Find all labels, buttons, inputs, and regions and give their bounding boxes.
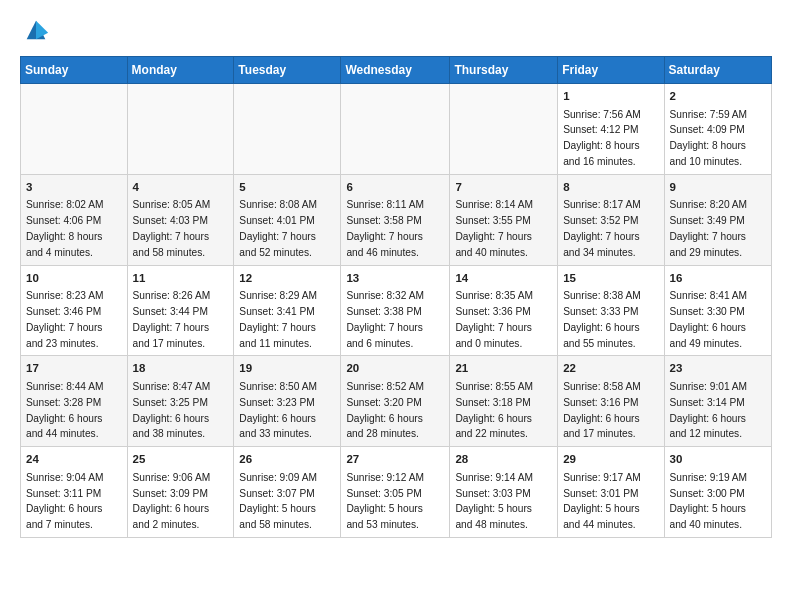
day-info: Sunrise: 9:17 AM Sunset: 3:01 PM Dayligh… bbox=[563, 472, 641, 530]
day-number: 14 bbox=[455, 270, 552, 287]
day-number: 27 bbox=[346, 451, 444, 468]
day-number: 25 bbox=[133, 451, 229, 468]
day-cell: 26Sunrise: 9:09 AM Sunset: 3:07 PM Dayli… bbox=[234, 447, 341, 538]
day-cell: 7Sunrise: 8:14 AM Sunset: 3:55 PM Daylig… bbox=[450, 174, 558, 265]
day-info: Sunrise: 7:59 AM Sunset: 4:09 PM Dayligh… bbox=[670, 109, 748, 167]
week-row-5: 24Sunrise: 9:04 AM Sunset: 3:11 PM Dayli… bbox=[21, 447, 772, 538]
week-row-2: 3Sunrise: 8:02 AM Sunset: 4:06 PM Daylig… bbox=[21, 174, 772, 265]
day-number: 9 bbox=[670, 179, 766, 196]
weekday-header-monday: Monday bbox=[127, 57, 234, 84]
day-cell: 2Sunrise: 7:59 AM Sunset: 4:09 PM Daylig… bbox=[664, 84, 771, 175]
day-number: 12 bbox=[239, 270, 335, 287]
day-cell: 19Sunrise: 8:50 AM Sunset: 3:23 PM Dayli… bbox=[234, 356, 341, 447]
day-cell: 16Sunrise: 8:41 AM Sunset: 3:30 PM Dayli… bbox=[664, 265, 771, 356]
day-cell: 30Sunrise: 9:19 AM Sunset: 3:00 PM Dayli… bbox=[664, 447, 771, 538]
day-info: Sunrise: 8:26 AM Sunset: 3:44 PM Dayligh… bbox=[133, 290, 211, 348]
calendar-body: 1Sunrise: 7:56 AM Sunset: 4:12 PM Daylig… bbox=[21, 84, 772, 538]
day-info: Sunrise: 8:11 AM Sunset: 3:58 PM Dayligh… bbox=[346, 199, 424, 257]
day-info: Sunrise: 8:41 AM Sunset: 3:30 PM Dayligh… bbox=[670, 290, 748, 348]
week-row-4: 17Sunrise: 8:44 AM Sunset: 3:28 PM Dayli… bbox=[21, 356, 772, 447]
day-cell: 24Sunrise: 9:04 AM Sunset: 3:11 PM Dayli… bbox=[21, 447, 128, 538]
day-cell: 18Sunrise: 8:47 AM Sunset: 3:25 PM Dayli… bbox=[127, 356, 234, 447]
day-cell bbox=[341, 84, 450, 175]
day-info: Sunrise: 8:20 AM Sunset: 3:49 PM Dayligh… bbox=[670, 199, 748, 257]
day-cell: 27Sunrise: 9:12 AM Sunset: 3:05 PM Dayli… bbox=[341, 447, 450, 538]
day-info: Sunrise: 9:06 AM Sunset: 3:09 PM Dayligh… bbox=[133, 472, 211, 530]
day-cell bbox=[127, 84, 234, 175]
day-cell: 20Sunrise: 8:52 AM Sunset: 3:20 PM Dayli… bbox=[341, 356, 450, 447]
day-cell: 3Sunrise: 8:02 AM Sunset: 4:06 PM Daylig… bbox=[21, 174, 128, 265]
day-cell: 25Sunrise: 9:06 AM Sunset: 3:09 PM Dayli… bbox=[127, 447, 234, 538]
day-info: Sunrise: 9:12 AM Sunset: 3:05 PM Dayligh… bbox=[346, 472, 424, 530]
day-number: 26 bbox=[239, 451, 335, 468]
day-number: 7 bbox=[455, 179, 552, 196]
day-cell: 4Sunrise: 8:05 AM Sunset: 4:03 PM Daylig… bbox=[127, 174, 234, 265]
day-number: 28 bbox=[455, 451, 552, 468]
day-number: 2 bbox=[670, 88, 766, 105]
day-info: Sunrise: 8:35 AM Sunset: 3:36 PM Dayligh… bbox=[455, 290, 533, 348]
calendar-header: SundayMondayTuesdayWednesdayThursdayFrid… bbox=[21, 57, 772, 84]
day-cell: 21Sunrise: 8:55 AM Sunset: 3:18 PM Dayli… bbox=[450, 356, 558, 447]
day-info: Sunrise: 8:14 AM Sunset: 3:55 PM Dayligh… bbox=[455, 199, 533, 257]
day-number: 5 bbox=[239, 179, 335, 196]
day-info: Sunrise: 8:47 AM Sunset: 3:25 PM Dayligh… bbox=[133, 381, 211, 439]
day-cell bbox=[234, 84, 341, 175]
day-info: Sunrise: 8:23 AM Sunset: 3:46 PM Dayligh… bbox=[26, 290, 104, 348]
day-cell: 15Sunrise: 8:38 AM Sunset: 3:33 PM Dayli… bbox=[558, 265, 664, 356]
day-info: Sunrise: 9:04 AM Sunset: 3:11 PM Dayligh… bbox=[26, 472, 104, 530]
day-number: 13 bbox=[346, 270, 444, 287]
day-cell: 22Sunrise: 8:58 AM Sunset: 3:16 PM Dayli… bbox=[558, 356, 664, 447]
weekday-header-thursday: Thursday bbox=[450, 57, 558, 84]
day-cell: 14Sunrise: 8:35 AM Sunset: 3:36 PM Dayli… bbox=[450, 265, 558, 356]
day-info: Sunrise: 7:56 AM Sunset: 4:12 PM Dayligh… bbox=[563, 109, 641, 167]
day-info: Sunrise: 9:14 AM Sunset: 3:03 PM Dayligh… bbox=[455, 472, 533, 530]
day-info: Sunrise: 8:32 AM Sunset: 3:38 PM Dayligh… bbox=[346, 290, 424, 348]
day-cell: 12Sunrise: 8:29 AM Sunset: 3:41 PM Dayli… bbox=[234, 265, 341, 356]
day-info: Sunrise: 8:17 AM Sunset: 3:52 PM Dayligh… bbox=[563, 199, 641, 257]
day-cell: 6Sunrise: 8:11 AM Sunset: 3:58 PM Daylig… bbox=[341, 174, 450, 265]
week-row-3: 10Sunrise: 8:23 AM Sunset: 3:46 PM Dayli… bbox=[21, 265, 772, 356]
weekday-header-saturday: Saturday bbox=[664, 57, 771, 84]
day-number: 15 bbox=[563, 270, 658, 287]
day-info: Sunrise: 8:52 AM Sunset: 3:20 PM Dayligh… bbox=[346, 381, 424, 439]
day-number: 24 bbox=[26, 451, 122, 468]
day-number: 4 bbox=[133, 179, 229, 196]
weekday-row: SundayMondayTuesdayWednesdayThursdayFrid… bbox=[21, 57, 772, 84]
day-number: 1 bbox=[563, 88, 658, 105]
weekday-header-sunday: Sunday bbox=[21, 57, 128, 84]
day-cell: 17Sunrise: 8:44 AM Sunset: 3:28 PM Dayli… bbox=[21, 356, 128, 447]
day-cell: 1Sunrise: 7:56 AM Sunset: 4:12 PM Daylig… bbox=[558, 84, 664, 175]
day-number: 16 bbox=[670, 270, 766, 287]
day-info: Sunrise: 8:02 AM Sunset: 4:06 PM Dayligh… bbox=[26, 199, 104, 257]
logo-icon bbox=[22, 16, 50, 44]
day-info: Sunrise: 9:09 AM Sunset: 3:07 PM Dayligh… bbox=[239, 472, 317, 530]
day-number: 17 bbox=[26, 360, 122, 377]
day-number: 23 bbox=[670, 360, 766, 377]
day-info: Sunrise: 8:55 AM Sunset: 3:18 PM Dayligh… bbox=[455, 381, 533, 439]
day-cell: 23Sunrise: 9:01 AM Sunset: 3:14 PM Dayli… bbox=[664, 356, 771, 447]
day-number: 3 bbox=[26, 179, 122, 196]
day-number: 11 bbox=[133, 270, 229, 287]
day-cell: 28Sunrise: 9:14 AM Sunset: 3:03 PM Dayli… bbox=[450, 447, 558, 538]
day-cell: 11Sunrise: 8:26 AM Sunset: 3:44 PM Dayli… bbox=[127, 265, 234, 356]
day-number: 21 bbox=[455, 360, 552, 377]
day-number: 29 bbox=[563, 451, 658, 468]
weekday-header-wednesday: Wednesday bbox=[341, 57, 450, 84]
day-info: Sunrise: 8:38 AM Sunset: 3:33 PM Dayligh… bbox=[563, 290, 641, 348]
weekday-header-tuesday: Tuesday bbox=[234, 57, 341, 84]
day-number: 30 bbox=[670, 451, 766, 468]
logo bbox=[20, 16, 50, 44]
page: SundayMondayTuesdayWednesdayThursdayFrid… bbox=[0, 0, 792, 612]
day-number: 19 bbox=[239, 360, 335, 377]
day-cell: 29Sunrise: 9:17 AM Sunset: 3:01 PM Dayli… bbox=[558, 447, 664, 538]
day-info: Sunrise: 9:01 AM Sunset: 3:14 PM Dayligh… bbox=[670, 381, 748, 439]
day-cell: 9Sunrise: 8:20 AM Sunset: 3:49 PM Daylig… bbox=[664, 174, 771, 265]
day-number: 6 bbox=[346, 179, 444, 196]
day-info: Sunrise: 8:58 AM Sunset: 3:16 PM Dayligh… bbox=[563, 381, 641, 439]
day-cell: 10Sunrise: 8:23 AM Sunset: 3:46 PM Dayli… bbox=[21, 265, 128, 356]
day-cell: 8Sunrise: 8:17 AM Sunset: 3:52 PM Daylig… bbox=[558, 174, 664, 265]
day-info: Sunrise: 8:29 AM Sunset: 3:41 PM Dayligh… bbox=[239, 290, 317, 348]
week-row-1: 1Sunrise: 7:56 AM Sunset: 4:12 PM Daylig… bbox=[21, 84, 772, 175]
day-number: 8 bbox=[563, 179, 658, 196]
weekday-header-friday: Friday bbox=[558, 57, 664, 84]
